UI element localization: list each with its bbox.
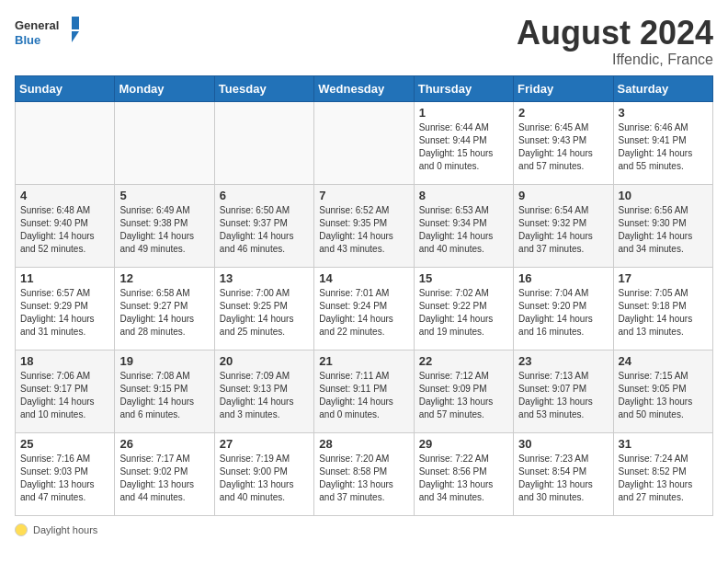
calendar-cell-w3-d7: 17Sunrise: 7:05 AM Sunset: 9:18 PM Dayli… bbox=[613, 267, 712, 350]
calendar-cell-w5-d1: 25Sunrise: 7:16 AM Sunset: 9:03 PM Dayli… bbox=[16, 432, 115, 515]
logo-svg: General Blue bbox=[15, 15, 79, 52]
calendar-cell-w1-d7: 3Sunrise: 6:46 AM Sunset: 9:41 PM Daylig… bbox=[613, 101, 712, 184]
calendar-cell-w1-d6: 2Sunrise: 6:45 AM Sunset: 9:43 PM Daylig… bbox=[514, 101, 613, 184]
legend-label: Daylight hours bbox=[33, 524, 97, 535]
day-number: 20 bbox=[220, 354, 309, 368]
day-number: 18 bbox=[20, 354, 109, 368]
day-number: 23 bbox=[518, 354, 608, 368]
day-info: Sunrise: 7:06 AM Sunset: 9:17 PM Dayligh… bbox=[20, 370, 109, 421]
day-number: 31 bbox=[619, 437, 708, 451]
day-number: 1 bbox=[419, 106, 508, 120]
month-year-title: August 2024 bbox=[517, 15, 713, 52]
calendar-cell-w1-d5: 1Sunrise: 6:44 AM Sunset: 9:44 PM Daylig… bbox=[414, 101, 513, 184]
day-number: 9 bbox=[518, 189, 608, 202]
day-info: Sunrise: 7:05 AM Sunset: 9:18 PM Dayligh… bbox=[619, 287, 708, 339]
calendar-cell-w2-d7: 10Sunrise: 6:56 AM Sunset: 9:30 PM Dayli… bbox=[613, 184, 712, 267]
calendar-cell-w5-d2: 26Sunrise: 7:17 AM Sunset: 9:02 PM Dayli… bbox=[115, 432, 214, 515]
calendar-cell-w5-d7: 31Sunrise: 7:24 AM Sunset: 8:52 PM Dayli… bbox=[613, 432, 712, 515]
svg-marker-2 bbox=[72, 17, 79, 29]
day-info: Sunrise: 7:17 AM Sunset: 9:02 PM Dayligh… bbox=[119, 453, 209, 504]
day-number: 7 bbox=[319, 189, 408, 202]
header-sunday: Sunday bbox=[16, 75, 115, 101]
day-info: Sunrise: 7:01 AM Sunset: 9:24 PM Dayligh… bbox=[319, 287, 408, 339]
day-number: 17 bbox=[619, 271, 708, 285]
page-header: General Blue August 2024 Iffendic, Franc… bbox=[15, 15, 713, 68]
day-number: 28 bbox=[319, 437, 408, 451]
day-number: 2 bbox=[518, 106, 608, 120]
day-number: 14 bbox=[319, 271, 408, 285]
day-info: Sunrise: 7:04 AM Sunset: 9:20 PM Dayligh… bbox=[518, 287, 608, 339]
header-monday: Monday bbox=[115, 75, 214, 101]
calendar-cell-w5-d5: 29Sunrise: 7:22 AM Sunset: 8:56 PM Dayli… bbox=[414, 432, 513, 515]
day-info: Sunrise: 7:19 AM Sunset: 9:00 PM Dayligh… bbox=[220, 453, 309, 504]
calendar-week-2: 4Sunrise: 6:48 AM Sunset: 9:40 PM Daylig… bbox=[16, 184, 713, 267]
day-info: Sunrise: 6:45 AM Sunset: 9:43 PM Dayligh… bbox=[518, 121, 608, 173]
calendar-cell-w3-d3: 13Sunrise: 7:00 AM Sunset: 9:25 PM Dayli… bbox=[214, 267, 313, 350]
svg-marker-3 bbox=[72, 31, 79, 42]
calendar-cell-w2-d6: 9Sunrise: 6:54 AM Sunset: 9:32 PM Daylig… bbox=[514, 184, 613, 267]
day-info: Sunrise: 6:53 AM Sunset: 9:34 PM Dayligh… bbox=[419, 204, 508, 256]
day-number: 29 bbox=[419, 437, 508, 451]
day-info: Sunrise: 7:09 AM Sunset: 9:13 PM Dayligh… bbox=[220, 370, 309, 421]
calendar-cell-w4-d1: 18Sunrise: 7:06 AM Sunset: 9:17 PM Dayli… bbox=[16, 350, 115, 432]
day-number: 3 bbox=[619, 106, 708, 120]
calendar-cell-w3-d5: 15Sunrise: 7:02 AM Sunset: 9:22 PM Dayli… bbox=[414, 267, 513, 350]
day-number: 30 bbox=[518, 437, 608, 451]
day-number: 21 bbox=[319, 354, 408, 368]
calendar-week-4: 18Sunrise: 7:06 AM Sunset: 9:17 PM Dayli… bbox=[16, 350, 713, 432]
svg-text:General: General bbox=[15, 18, 59, 32]
calendar-cell-w3-d1: 11Sunrise: 6:57 AM Sunset: 9:29 PM Dayli… bbox=[16, 267, 115, 350]
day-info: Sunrise: 7:12 AM Sunset: 9:09 PM Dayligh… bbox=[419, 370, 508, 421]
header-wednesday: Wednesday bbox=[314, 75, 414, 101]
calendar-cell-w2-d5: 8Sunrise: 6:53 AM Sunset: 9:34 PM Daylig… bbox=[414, 184, 513, 267]
day-info: Sunrise: 6:57 AM Sunset: 9:29 PM Dayligh… bbox=[20, 287, 109, 339]
day-info: Sunrise: 7:16 AM Sunset: 9:03 PM Dayligh… bbox=[20, 453, 109, 504]
day-number: 25 bbox=[20, 437, 109, 451]
calendar-cell-w5-d4: 28Sunrise: 7:20 AM Sunset: 8:58 PM Dayli… bbox=[314, 432, 414, 515]
svg-text:Blue: Blue bbox=[15, 33, 40, 47]
day-info: Sunrise: 6:54 AM Sunset: 9:32 PM Dayligh… bbox=[518, 204, 608, 256]
calendar-cell-w1-d2 bbox=[115, 101, 214, 184]
legend: Daylight hours bbox=[15, 523, 713, 536]
day-info: Sunrise: 7:24 AM Sunset: 8:52 PM Dayligh… bbox=[619, 453, 708, 504]
header-saturday: Saturday bbox=[613, 75, 712, 101]
calendar-cell-w4-d5: 22Sunrise: 7:12 AM Sunset: 9:09 PM Dayli… bbox=[414, 350, 513, 432]
day-number: 11 bbox=[20, 271, 109, 285]
day-number: 12 bbox=[119, 271, 209, 285]
day-number: 6 bbox=[220, 189, 309, 202]
day-number: 19 bbox=[119, 354, 209, 368]
day-info: Sunrise: 7:23 AM Sunset: 8:54 PM Dayligh… bbox=[518, 453, 608, 504]
day-number: 16 bbox=[518, 271, 608, 285]
day-number: 4 bbox=[20, 189, 109, 202]
day-info: Sunrise: 6:48 AM Sunset: 9:40 PM Dayligh… bbox=[20, 204, 109, 256]
day-number: 26 bbox=[119, 437, 209, 451]
calendar-table: Sunday Monday Tuesday Wednesday Thursday… bbox=[15, 75, 713, 516]
legend-icon bbox=[15, 523, 28, 536]
day-info: Sunrise: 6:52 AM Sunset: 9:35 PM Dayligh… bbox=[319, 204, 408, 256]
day-number: 8 bbox=[419, 189, 508, 202]
calendar-cell-w4-d3: 20Sunrise: 7:09 AM Sunset: 9:13 PM Dayli… bbox=[214, 350, 313, 432]
calendar-week-3: 11Sunrise: 6:57 AM Sunset: 9:29 PM Dayli… bbox=[16, 267, 713, 350]
header-tuesday: Tuesday bbox=[214, 75, 313, 101]
day-info: Sunrise: 7:15 AM Sunset: 9:05 PM Dayligh… bbox=[619, 370, 708, 421]
calendar-cell-w1-d3 bbox=[214, 101, 313, 184]
calendar-cell-w2-d1: 4Sunrise: 6:48 AM Sunset: 9:40 PM Daylig… bbox=[16, 184, 115, 267]
calendar-cell-w4-d7: 24Sunrise: 7:15 AM Sunset: 9:05 PM Dayli… bbox=[613, 350, 712, 432]
calendar-cell-w4-d2: 19Sunrise: 7:08 AM Sunset: 9:15 PM Dayli… bbox=[115, 350, 214, 432]
calendar-cell-w3-d4: 14Sunrise: 7:01 AM Sunset: 9:24 PM Dayli… bbox=[314, 267, 414, 350]
day-info: Sunrise: 7:00 AM Sunset: 9:25 PM Dayligh… bbox=[220, 287, 309, 339]
calendar-cell-w2-d4: 7Sunrise: 6:52 AM Sunset: 9:35 PM Daylig… bbox=[314, 184, 414, 267]
day-number: 15 bbox=[419, 271, 508, 285]
day-info: Sunrise: 7:08 AM Sunset: 9:15 PM Dayligh… bbox=[119, 370, 209, 421]
location-subtitle: Iffendic, France bbox=[517, 52, 713, 68]
day-number: 22 bbox=[419, 354, 508, 368]
header-friday: Friday bbox=[514, 75, 613, 101]
calendar-cell-w4-d4: 21Sunrise: 7:11 AM Sunset: 9:11 PM Dayli… bbox=[314, 350, 414, 432]
day-info: Sunrise: 6:58 AM Sunset: 9:27 PM Dayligh… bbox=[119, 287, 209, 339]
day-number: 5 bbox=[119, 189, 209, 202]
calendar-header-row: Sunday Monday Tuesday Wednesday Thursday… bbox=[16, 75, 713, 101]
day-info: Sunrise: 6:44 AM Sunset: 9:44 PM Dayligh… bbox=[419, 121, 508, 173]
day-number: 13 bbox=[220, 271, 309, 285]
day-number: 10 bbox=[619, 189, 708, 202]
day-info: Sunrise: 6:49 AM Sunset: 9:38 PM Dayligh… bbox=[119, 204, 209, 256]
